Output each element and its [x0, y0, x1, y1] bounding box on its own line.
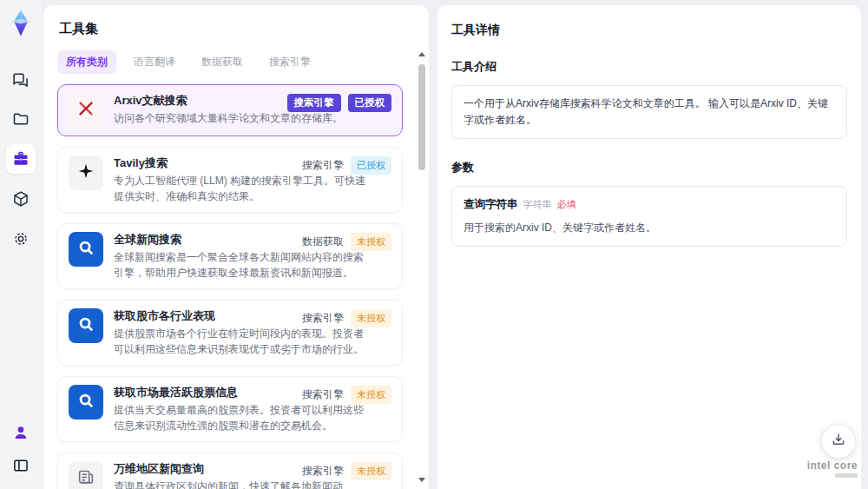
app-sidebar	[0, 0, 42, 489]
param-type: 字符串	[523, 196, 552, 213]
tool-detail-panel: 工具详情 工具介绍 一个用于从Arxiv存储库搜索科学论文和文章的工具。 输入可…	[437, 5, 861, 489]
param-required-badge: 必填	[557, 196, 576, 213]
param-name: 查询字符串	[464, 196, 518, 213]
tool-icon	[69, 155, 103, 190]
gear-icon	[12, 230, 30, 248]
tool-icon	[69, 385, 103, 420]
sidebar-item-plugins[interactable]	[6, 184, 36, 214]
tool-icon	[69, 232, 103, 267]
tool-card-4[interactable]: 获取市场最活跃股票信息 提供当天交易量最高的股票列表。投资者可以利用这些信息来识…	[57, 376, 403, 442]
scrollbar-thumb[interactable]	[418, 64, 425, 170]
param-desc: 用于搜索的Arxiv ID、关键字或作者姓名。	[464, 220, 835, 236]
tool-status-badge: 未授权	[351, 386, 391, 404]
tool-card-0[interactable]: Arxiv文献搜索 访问各个研究领域大量科学论文和文章的存储库。 搜索引擎 已授…	[57, 84, 403, 136]
tool-category-label: 搜索引擎	[302, 158, 344, 173]
tool-description: 提供股票市场各个行业在特定时间段内的表现。投资者可以利用这些信息来识别表现优于或…	[114, 326, 367, 357]
briefcase-icon	[12, 150, 30, 168]
sidebar-item-chat[interactable]	[6, 64, 36, 94]
cube-icon	[12, 190, 30, 208]
sidebar-item-toolbox[interactable]	[6, 144, 36, 174]
param-box: 查询字符串 字符串 必填 用于搜索的Arxiv ID、关键字或作者姓名。	[451, 186, 847, 247]
tool-card-3[interactable]: 获取股市各行业表现 提供股票市场各个行业在特定时间段内的表现。投资者可以利用这些…	[57, 300, 403, 366]
tool-icon	[69, 461, 103, 489]
newspaper-icon	[76, 467, 95, 489]
tool-category-label: 搜索引擎	[302, 311, 344, 326]
tool-description: 提供当天交易量最高的股票列表。投资者可以利用这些信息来识别流动性强的股票和潜在的…	[114, 402, 367, 433]
chat-icon	[12, 70, 30, 88]
tool-description: 专为人工智能代理 (LLM) 构建的搜索引擎工具。可快速提供实时、准确和真实的结…	[114, 173, 367, 204]
tool-status-badge: 已授权	[351, 156, 391, 175]
sidebar-item-user[interactable]	[6, 418, 36, 447]
search-logo-icon	[76, 314, 95, 337]
tab-3[interactable]: 搜索引擎	[260, 50, 319, 74]
tavily-star-icon	[76, 162, 95, 184]
tab-2[interactable]: 数据获取	[193, 50, 252, 74]
tool-category-label: 数据获取	[302, 235, 344, 249]
list-scrollbar[interactable]	[418, 52, 426, 482]
search-logo-icon	[76, 238, 95, 261]
tool-status-badge: 未授权	[351, 462, 391, 480]
detail-title: 工具详情	[451, 23, 847, 38]
sidebar-item-files[interactable]	[6, 104, 36, 134]
brand-sub-bar	[835, 473, 858, 478]
tool-status-badge: 已授权	[348, 94, 392, 112]
intel-core-logo: intel core	[807, 459, 858, 478]
download-icon	[831, 432, 846, 451]
tool-icon	[69, 93, 103, 128]
tool-category-label: 搜索引擎	[302, 387, 344, 402]
folder-icon	[12, 110, 30, 128]
tool-list: Arxiv文献搜索 访问各个研究领域大量科学论文和文章的存储库。 搜索引擎 已授…	[57, 84, 415, 489]
tool-category-label: 搜索引擎	[302, 464, 344, 479]
scroll-down-icon[interactable]	[418, 478, 425, 482]
tool-status-badge: 未授权	[351, 309, 391, 327]
scroll-up-icon[interactable]	[418, 52, 425, 56]
tool-status-badge: 未授权	[351, 233, 391, 251]
intro-heading: 工具介绍	[451, 59, 847, 75]
tool-list-panel: 工具集 所有类别语言翻译数据获取搜索引擎 Arxiv文献搜索 访问各个研究领域大…	[43, 5, 429, 489]
tool-card-1[interactable]: Tavily搜索 专为人工智能代理 (LLM) 构建的搜索引擎工具。可快速提供实…	[57, 147, 403, 213]
sidebar-item-panel-toggle[interactable]	[6, 451, 36, 480]
panel-toggle-icon	[12, 457, 30, 474]
tool-card-2[interactable]: 全球新闻搜索 全球新闻搜索是一个聚合全球各大新闻网站内容的搜索引擎，帮助用户快速…	[57, 223, 403, 289]
download-button[interactable]	[821, 424, 856, 459]
tab-1[interactable]: 语言翻译	[125, 50, 184, 74]
tool-description: 访问各个研究领域大量科学论文和文章的存储库。	[114, 110, 367, 126]
search-logo-icon	[76, 391, 95, 413]
intro-box: 一个用于从Arxiv存储库搜索科学论文和文章的工具。 输入可以是Arxiv ID…	[451, 85, 847, 139]
user-icon	[12, 424, 30, 441]
app-logo	[8, 9, 34, 38]
page-title: 工具集	[59, 21, 415, 37]
category-tabs: 所有类别语言翻译数据获取搜索引擎	[57, 50, 415, 74]
tool-description: 全球新闻搜索是一个聚合全球各大新闻网站内容的搜索引擎，帮助用户快速获取全球最新资…	[114, 249, 367, 281]
brand-text: intel core	[807, 459, 858, 472]
tool-icon	[69, 308, 103, 343]
tool-category-label: 搜索引擎	[287, 94, 341, 112]
params-heading: 参数	[451, 160, 847, 175]
tool-card-5[interactable]: 万维地区新闻查询 查询具体行政区划内的新闻，快速了解各地新闻动 搜索引擎 未授权	[57, 453, 403, 489]
sidebar-item-settings[interactable]	[6, 224, 36, 254]
tab-0[interactable]: 所有类别	[57, 50, 116, 74]
arxiv-logo-icon	[76, 99, 95, 122]
